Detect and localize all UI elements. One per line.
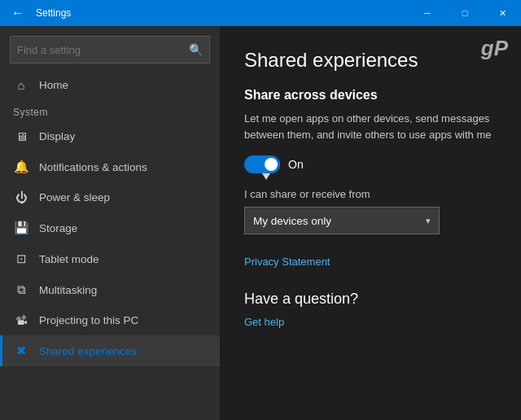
section-title: Share across devices [244,88,497,103]
minimize-button[interactable]: ─ [409,0,446,26]
maximize-button[interactable]: □ [446,0,484,26]
sidebar-item-storage-label: Storage [39,222,77,234]
sidebar: 🔍 ⌂ Home System 🖥 Display 🔔 Notification… [0,26,220,420]
back-arrow-icon: ← [11,6,24,20]
share-toggle[interactable] [244,155,280,173]
sidebar-item-power[interactable]: ⏻ Power & sleep [0,182,220,212]
sidebar-item-notifications-label: Notifications & actions [39,161,147,173]
search-icon: 🔍 [189,43,203,56]
storage-icon: 💾 [13,221,29,235]
sidebar-item-projecting-label: Projecting to this PC [39,314,138,326]
toggle-knob [265,158,278,171]
app-body: 🔍 ⌂ Home System 🖥 Display 🔔 Notification… [0,26,521,420]
system-section-label: System [0,100,220,121]
sidebar-item-display-label: Display [39,130,75,142]
toggle-label: On [288,158,304,171]
toggle-row: On [244,155,497,173]
sidebar-item-home[interactable]: ⌂ Home [0,70,220,100]
privacy-statement-link[interactable]: Privacy Statement [244,256,331,268]
cursor-indicator [262,173,270,180]
chevron-down-icon: ▾ [426,216,431,226]
back-button[interactable]: ← [7,2,29,24]
sidebar-item-power-label: Power & sleep [39,191,110,203]
have-question-title: Have a question? [244,291,497,308]
display-icon: 🖥 [13,129,29,143]
page-title: Shared experiences [244,49,497,72]
window-title: Settings [36,7,71,19]
power-icon: ⏻ [13,190,29,204]
window-controls: ─ □ ✕ [409,0,521,26]
projecting-icon: 📽 [13,313,29,327]
dropdown-value: My devices only [253,215,331,227]
sidebar-item-home-label: Home [39,79,68,91]
share-from-label: I can share or receive from [244,188,497,200]
sidebar-item-storage[interactable]: 💾 Storage [0,212,220,243]
content-area: gP Shared experiences Share across devic… [220,26,521,420]
sidebar-item-display[interactable]: 🖥 Display [0,121,220,151]
devices-dropdown[interactable]: My devices only ▾ [244,207,440,234]
sidebar-item-multitasking[interactable]: ⧉ Multitasking [0,274,220,305]
get-help-link[interactable]: Get help [244,316,284,328]
shared-icon: ✖ [13,343,29,358]
description-text: Let me open apps on other devices, send … [244,111,497,142]
tablet-icon: ⊡ [13,252,29,266]
sidebar-item-multitasking-label: Multitasking [39,284,97,296]
sidebar-item-projecting[interactable]: 📽 Projecting to this PC [0,305,220,335]
close-button[interactable]: ✕ [484,0,521,26]
multitasking-icon: ⧉ [13,282,29,297]
sidebar-item-tablet[interactable]: ⊡ Tablet mode [0,243,220,274]
notifications-icon: 🔔 [13,160,29,174]
title-bar: ← Settings ─ □ ✕ [0,0,521,26]
gp-logo: gP [481,36,508,61]
search-box[interactable]: 🔍 [10,36,210,63]
sidebar-item-tablet-label: Tablet mode [39,253,99,265]
sidebar-item-notifications[interactable]: 🔔 Notifications & actions [0,151,220,182]
home-icon: ⌂ [13,78,29,92]
search-input[interactable] [17,44,189,56]
sidebar-item-shared-label: Shared experiences [39,345,137,357]
sidebar-item-shared[interactable]: ✖ Shared experiences [0,335,220,366]
